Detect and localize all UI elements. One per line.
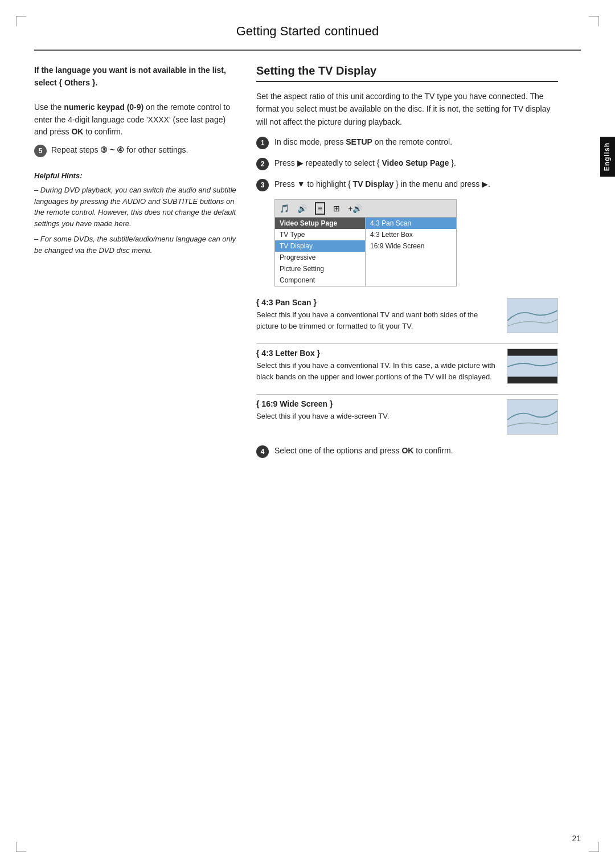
right-column: Setting the TV Display Set the aspect ra… — [256, 51, 581, 466]
option-letter-box-thumb — [507, 349, 558, 384]
option-pan-scan-row: { 4:3 Pan Scan } Select this if you have… — [256, 298, 558, 333]
corner-mark-tl — [16, 16, 26, 26]
icon-general: ⊞ — [333, 204, 340, 213]
menu-item-component: Component — [275, 275, 365, 286]
step-1-circle: 1 — [256, 137, 269, 149]
step-2-circle: 2 — [256, 158, 269, 170]
menu-right-widescreen: 16:9 Wide Screen — [366, 240, 456, 252]
right-step-2: 2 Press ▶ repeatedly to select { Video S… — [256, 157, 558, 170]
step-3-text: Press ▼ to highlight { TV Display } in t… — [274, 178, 490, 191]
page-number: 21 — [572, 834, 581, 843]
menu-item-progressive: Progressive — [275, 252, 365, 263]
step-5-text: Repeat steps ③ ~ ④ for other settings. — [51, 144, 188, 157]
step-2-text: Press ▶ repeatedly to select { Video Set… — [274, 157, 456, 170]
right-step-4: 4 Select one of the options and press OK… — [256, 445, 558, 458]
hint-1: – During DVD playback, you can switch th… — [34, 185, 239, 229]
option-wide-screen: { 16:9 Wide Screen } Select this if you … — [256, 399, 558, 435]
icon-audio: 🔊 — [297, 204, 307, 213]
icon-disc: 🎵 — [280, 204, 289, 213]
menu-item-picturesetting: Picture Setting — [275, 263, 365, 275]
step-5-circle: 5 — [34, 145, 47, 157]
corner-mark-br — [589, 842, 599, 852]
step-5-item: 5 Repeat steps ③ ~ ④ for other settings. — [34, 144, 239, 162]
corner-mark-tr — [589, 16, 599, 26]
option-wide-screen-desc: Select this if you have a wide-screen TV… — [256, 411, 499, 422]
option-pan-scan: { 4:3 Pan Scan } Select this if you have… — [256, 298, 558, 333]
step-4-text: Select one of the options and press OK t… — [274, 445, 453, 457]
right-step-1: 1 In disc mode, press SETUP on the remot… — [256, 136, 558, 149]
left-intro: If the language you want is not availabl… — [34, 64, 239, 138]
page-title: Getting Started continued — [68, 22, 547, 39]
language-tab: English — [600, 137, 615, 177]
menu-item-tvdisplay: TV Display — [275, 240, 365, 252]
corner-mark-bl — [16, 842, 26, 852]
menu-right-panel: 4:3 Pan Scan 4:3 Letter Box 16:9 Wide Sc… — [366, 218, 456, 286]
divider-2 — [256, 394, 558, 395]
option-pan-scan-desc: Select this if you have a conventional T… — [256, 309, 499, 331]
menu-right-letterbox: 4:3 Letter Box — [366, 229, 456, 240]
hint-2: – For some DVDs, the subtitle/audio/menu… — [34, 234, 239, 256]
menu-screenshot: 🎵 🔊 ≡ ⊞ +🔊 Video Setup Page TV Type TV D… — [274, 199, 457, 286]
option-letter-box-title: { 4:3 Letter Box } — [256, 349, 499, 358]
menu-top-bar: 🎵 🔊 ≡ ⊞ +🔊 — [275, 200, 456, 218]
menu-left-panel: Video Setup Page TV Type TV Display Prog… — [275, 218, 366, 286]
step-4-circle: 4 — [256, 445, 269, 458]
menu-right-panscan: 4:3 Pan Scan — [366, 218, 456, 229]
option-letter-box-row: { 4:3 Letter Box } Select this if you ha… — [256, 349, 558, 384]
svg-rect-3 — [507, 377, 557, 384]
svg-rect-2 — [507, 349, 557, 356]
right-intro: Set the aspect ratio of this unit accord… — [256, 90, 558, 128]
icon-subtitle: ≡ — [315, 202, 325, 215]
svg-rect-4 — [507, 400, 557, 434]
page-header: Getting Started continued — [34, 0, 581, 51]
right-step-3: 3 Press ▼ to highlight { TV Display } in… — [256, 178, 558, 191]
section-title: Setting the TV Display — [256, 64, 558, 82]
left-column: If the language you want is not availabl… — [34, 51, 239, 466]
option-pan-scan-thumb — [507, 298, 558, 333]
option-wide-screen-thumb — [507, 399, 558, 435]
menu-section-header: Video Setup Page — [275, 218, 365, 229]
content-area: If the language you want is not availabl… — [0, 51, 615, 466]
icon-plus: +🔊 — [348, 204, 362, 213]
option-wide-screen-text: { 16:9 Wide Screen } Select this if you … — [256, 399, 499, 422]
step-3-circle: 3 — [256, 179, 269, 191]
divider-1 — [256, 343, 558, 344]
option-pan-scan-title: { 4:3 Pan Scan } — [256, 298, 499, 307]
option-wide-screen-title: { 16:9 Wide Screen } — [256, 399, 499, 408]
option-wide-screen-row: { 16:9 Wide Screen } Select this if you … — [256, 399, 558, 435]
menu-body: Video Setup Page TV Type TV Display Prog… — [275, 218, 456, 286]
option-letter-box-desc: Select this if you have a conventional T… — [256, 360, 499, 382]
step-1-text: In disc mode, press SETUP on the remote … — [274, 136, 452, 149]
menu-item-tvtype: TV Type — [275, 229, 365, 240]
helpful-hints-section: Helpful Hints: – During DVD playback, yo… — [34, 170, 239, 256]
option-pan-scan-text: { 4:3 Pan Scan } Select this if you have… — [256, 298, 499, 331]
option-letter-box: { 4:3 Letter Box } Select this if you ha… — [256, 349, 558, 384]
left-intro-detail: Use the numeric keypad (0-9) on the remo… — [34, 103, 230, 136]
option-letter-box-text: { 4:3 Letter Box } Select this if you ha… — [256, 349, 499, 382]
helpful-hints-title: Helpful Hints: — [34, 170, 239, 182]
